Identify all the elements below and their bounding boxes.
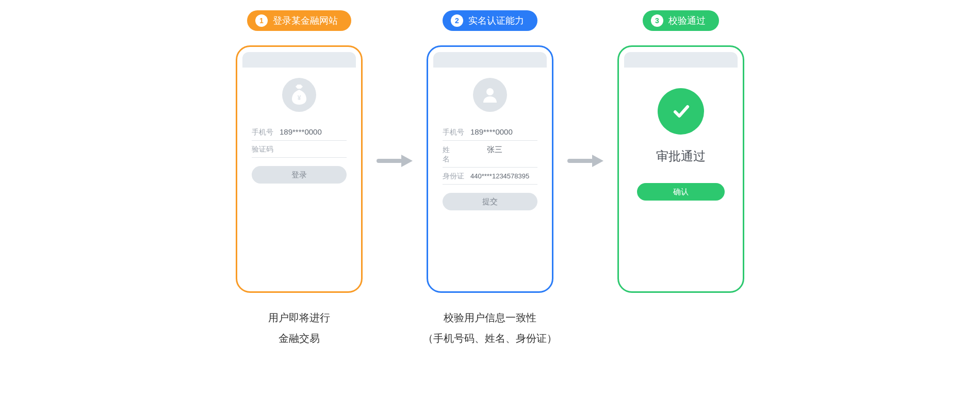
phone-field[interactable]: 手机号 189****0000	[252, 123, 347, 141]
svg-marker-5	[592, 155, 603, 167]
arrow-1	[369, 10, 420, 167]
confirm-button[interactable]: 确认	[637, 183, 725, 201]
id-label: 身份证	[443, 172, 466, 181]
step-1-badge: 1 登录某金融网站	[247, 10, 351, 31]
step-3: 3 校验通过 审批通过 确认	[611, 10, 750, 307]
phone-field[interactable]: 手机号 189****0000	[443, 123, 537, 141]
svg-marker-2	[401, 155, 413, 167]
step-3-number: 3	[651, 14, 663, 27]
name-value: 张三	[487, 145, 502, 155]
result-title: 审批通过	[656, 148, 706, 164]
phone-label: 手机号	[252, 128, 275, 137]
svg-point-3	[486, 88, 494, 95]
svg-rect-1	[377, 159, 402, 163]
phone-value: 189****0000	[470, 127, 513, 136]
login-button[interactable]: 登录	[252, 166, 347, 184]
verification-flow-diagram: 1 登录某金融网站 ¥ 手机号	[230, 10, 750, 349]
step-1-number: 1	[255, 14, 268, 27]
phone-value: 189****0000	[280, 127, 322, 136]
phone-mock-verify: 手机号 189****0000 姓 名 张三 身份证 440****123457…	[427, 45, 553, 293]
money-bag-icon: ¥	[282, 78, 316, 112]
step-2: 2 实名认证能力 手机号 189****0000	[420, 10, 560, 349]
check-icon	[658, 88, 704, 135]
step-2-number: 2	[451, 14, 463, 27]
arrow-2	[560, 10, 611, 167]
code-label: 验证码	[252, 145, 275, 154]
id-field[interactable]: 身份证 440****1234578395	[443, 168, 537, 185]
step-1-title: 登录某金融网站	[273, 14, 338, 27]
name-field[interactable]: 姓 名 张三	[443, 141, 537, 168]
step-1: 1 登录某金融网站 ¥ 手机号	[230, 10, 369, 349]
user-icon	[473, 78, 507, 112]
status-bar	[433, 52, 547, 68]
phone-mock-success: 审批通过 确认	[617, 45, 744, 293]
svg-text:¥: ¥	[298, 94, 301, 102]
name-label: 姓 名	[443, 145, 467, 164]
step-2-caption: 校验用户信息一致性 （手机号码、姓名、身份证）	[423, 307, 557, 349]
svg-rect-4	[567, 159, 593, 163]
submit-button[interactable]: 提交	[443, 193, 537, 210]
step-3-title: 校验通过	[668, 14, 706, 27]
phone-mock-login: ¥ 手机号 189****0000 验证码 登录	[236, 45, 363, 293]
status-bar	[242, 52, 356, 68]
id-value: 440****1234578395	[470, 172, 529, 180]
status-bar	[624, 52, 738, 68]
code-field[interactable]: 验证码	[252, 141, 347, 158]
step-2-badge: 2 实名认证能力	[443, 10, 537, 31]
step-2-title: 实名认证能力	[468, 14, 524, 27]
step-3-badge: 3 校验通过	[643, 10, 719, 31]
phone-label: 手机号	[443, 128, 466, 137]
step-1-caption: 用户即将进行 金融交易	[268, 307, 330, 349]
